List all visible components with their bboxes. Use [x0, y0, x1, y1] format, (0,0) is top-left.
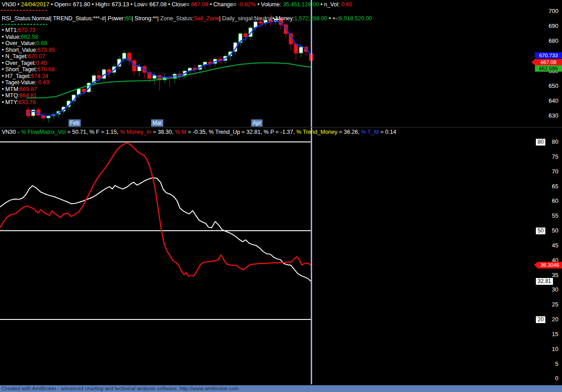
text-segment: VN30 - — [2, 129, 21, 135]
text-segment: % Trend_Up = 32.81, % P = -1.37, — [209, 129, 296, 135]
indicator-axis-tick: 0 — [555, 375, 558, 382]
text-segment: 1,572,288.00 — [295, 15, 327, 22]
indicator-axis-tick: 50 — [552, 227, 558, 234]
price-axis-tick: 640 — [548, 97, 558, 105]
text-segment: = -0.35, — [188, 129, 208, 135]
indicator-axis-tick: 65 — [552, 183, 558, 190]
price-axis-tick: 690 — [548, 23, 558, 30]
text-segment: Zone_Status: — [160, 15, 193, 22]
system-status-line: RSI_Status:Normal| TREND_Status:***-#| P… — [2, 15, 372, 22]
indicator-value-row: • H7_Taget:674.24 — [2, 73, 55, 80]
status-bar: Created with AmiBroker - advanced charti… — [0, 385, 562, 392]
indicator-value-row: • MTQ:664.81 — [2, 92, 55, 99]
candle-up — [122, 53, 126, 59]
candle-up — [299, 47, 303, 53]
amibroker-window: VN30 • 24/04/2017 • Open= 671.80 • High=… — [0, 0, 562, 392]
candle-down — [244, 34, 247, 37]
text-segment: | — [219, 15, 222, 22]
candle-up — [32, 110, 35, 116]
indicator-chart[interactable] — [0, 136, 535, 384]
text-segment: 35,451,128.00 — [283, 1, 319, 8]
text-segment: RSI_Status:Normal| TREND_Status:***-#| P… — [2, 15, 125, 22]
indicator-value-tag: 38.3046 — [538, 262, 562, 269]
green-dashed-divider — [2, 24, 47, 25]
price-axis-tick: 700 — [548, 8, 558, 15]
text-segment: = 36.26, — [339, 129, 361, 135]
indicator-value-row: • Taget-Value:-0.69 — [2, 79, 55, 86]
indicator-axis-tick: 35 — [552, 272, 558, 279]
indicator-axis-tick: 75 — [552, 153, 558, 160]
tag-arrow-icon — [531, 59, 535, 65]
x-axis-month-label: Apr — [251, 119, 263, 127]
indicator-axis-tick: 45 — [552, 242, 558, 249]
indicator-axis-tick: 20 — [552, 316, 558, 323]
indicator-value-row: • N_Taget:670.07 — [2, 53, 55, 60]
indicator-value-row: • Short_Taget:670.68 — [2, 66, 55, 73]
red-dashed-divider — [1, 10, 48, 11]
oscillator-line — [0, 143, 311, 277]
indicator-value-row: • Short_Value:673.85 — [2, 47, 55, 54]
tag-arrow-icon — [534, 262, 538, 268]
text-segment: 667.08 — [191, 1, 208, 8]
text-segment: = 38.30, — [153, 129, 175, 135]
selected-bar-cursor-line — [311, 0, 312, 384]
text-segment: • +-: — [327, 15, 339, 22]
footer-text: Created with AmiBroker - advanced charti… — [2, 386, 239, 391]
text-segment: % Trend_Money — [296, 129, 339, 135]
candle-down — [107, 69, 111, 73]
indicator-value-row: • Over_Taget:0.45 — [2, 60, 55, 67]
indicator-value-row: • MTY:633.76 — [2, 99, 55, 106]
text-segment: % F = 1.15, — [89, 129, 120, 135]
price-value-tag: 662.585 — [535, 65, 562, 72]
x-axis-month-label: Mar — [151, 119, 163, 127]
text-segment: 60 — [125, 15, 132, 22]
text-segment: 6,018,520.00 — [339, 15, 372, 22]
text-segment: • Money: — [272, 15, 295, 22]
text-segment: • n_Vol: — [319, 1, 341, 8]
text-segment: | Strong:**| — [132, 15, 160, 22]
text-segment: -0.82% — [238, 1, 256, 8]
text-segment: % T_M — [361, 129, 380, 135]
price-value-tag: 670.733 — [535, 52, 562, 59]
text-segment: • Volume: — [256, 1, 283, 8]
candle-down — [259, 22, 263, 23]
indicator-value-row: • Value:662.58 — [2, 34, 55, 41]
indicator-value-list: • MT1:670.73• Value:662.58• Over_Value:0… — [2, 27, 55, 106]
quote-header: VN30 • 24/04/2017 • Open= 671.80 • High=… — [2, 1, 352, 8]
text-segment: = 50.71, — [67, 129, 89, 135]
indicator-axis-tick: 70 — [552, 168, 558, 175]
indicator-level-box: 32.81 — [536, 278, 553, 285]
text-segment: 0.65 — [341, 1, 352, 8]
price-axis-tick: 650 — [548, 82, 558, 90]
x-axis-month-label: Feb — [69, 119, 81, 127]
indicator-axis-tick: 15 — [552, 331, 558, 338]
indicator-level-box: 20 — [536, 316, 545, 323]
indicator-axis-tick: 80 — [552, 138, 558, 146]
indicator-level-box: 50 — [536, 228, 545, 234]
indicator-axis-tick: 55 — [552, 212, 558, 219]
indicator-title: VN30 - % FlowMatrix_Vol = 50.71, % F = 1… — [2, 129, 396, 135]
text-segment: VN30 • — [2, 1, 21, 8]
indicator-value-row: • MTM:669.87 — [2, 86, 55, 93]
pane-separator — [0, 127, 562, 128]
indicator-axis-tick: 60 — [552, 197, 558, 205]
indicator-axis-tick: 5 — [555, 360, 558, 368]
text-segment: Sell_Zone — [193, 15, 219, 22]
indicator-axis-tick: 30 — [552, 286, 558, 293]
text-segment: 24/04/2017 — [21, 1, 50, 8]
price-value-tag: 667.08 — [535, 59, 562, 65]
text-segment: • Change= — [208, 1, 238, 8]
text-segment: = 0.14 — [380, 129, 396, 135]
text-segment: % M — [175, 129, 188, 135]
price-axis-tick: 680 — [548, 37, 558, 45]
ma-green-line — [26, 63, 311, 98]
indicator-level-box: 80 — [536, 139, 545, 146]
text-segment: Daily_singal:Neutral — [222, 15, 272, 22]
indicator-value-row: • MT1:670.73 — [2, 27, 55, 34]
text-segment: • Open= 671.80 • High= 673.13 • Low= 667… — [49, 1, 191, 8]
indicator-axis-tick: 25 — [552, 301, 558, 308]
text-segment: % FlowMatrix_Vol — [21, 129, 67, 135]
price-axis-tick: 630 — [548, 112, 558, 119]
indicator-axis-tick: 10 — [552, 346, 558, 353]
text-segment: % Money_In — [120, 129, 153, 135]
